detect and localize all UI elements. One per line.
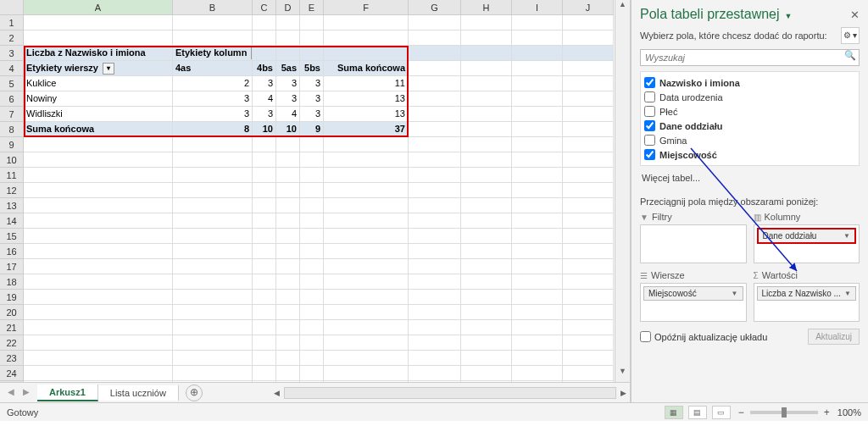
cell[interactable]: 13: [324, 107, 409, 122]
cell[interactable]: 4as: [173, 61, 253, 76]
field-item[interactable]: Dane oddziału: [644, 119, 855, 133]
cell[interactable]: [276, 168, 300, 183]
cell[interactable]: [512, 91, 563, 107]
cell[interactable]: [512, 290, 563, 305]
cell[interactable]: 3: [300, 76, 324, 91]
scroll-down-icon[interactable]: ▼: [615, 367, 630, 382]
cell[interactable]: [461, 30, 512, 46]
cell[interactable]: [300, 198, 324, 213]
hscroll-left-icon[interactable]: ◀: [270, 389, 284, 397]
row-header-21[interactable]: 21: [0, 320, 23, 335]
row-header-24[interactable]: 24: [0, 366, 23, 381]
cell[interactable]: [409, 61, 461, 76]
cell[interactable]: [253, 274, 276, 290]
zoom-slider[interactable]: [750, 411, 818, 414]
cell[interactable]: [324, 305, 409, 320]
cell[interactable]: [461, 76, 512, 91]
cell[interactable]: [24, 366, 173, 381]
cell[interactable]: [253, 290, 276, 305]
area-item-values[interactable]: Liczba z Nazwisko ...▼: [757, 286, 857, 301]
cell[interactable]: [324, 213, 409, 229]
cell[interactable]: [461, 229, 512, 244]
cell[interactable]: [300, 351, 324, 366]
cell[interactable]: [512, 381, 563, 382]
cell[interactable]: [173, 229, 253, 244]
cell[interactable]: [24, 152, 173, 168]
cell[interactable]: [173, 259, 253, 274]
cell[interactable]: [300, 244, 324, 259]
cell[interactable]: [300, 335, 324, 351]
cell[interactable]: [253, 15, 276, 30]
cell[interactable]: [253, 351, 276, 366]
cell[interactable]: 5as: [276, 61, 300, 76]
cell[interactable]: [300, 183, 324, 198]
cell[interactable]: [276, 152, 300, 168]
cell[interactable]: [512, 366, 563, 381]
cell[interactable]: [24, 259, 173, 274]
cell[interactable]: [276, 229, 300, 244]
cell[interactable]: [300, 274, 324, 290]
cell[interactable]: 37: [324, 122, 409, 137]
cell[interactable]: [409, 198, 461, 213]
cell[interactable]: [300, 152, 324, 168]
cell[interactable]: [512, 15, 563, 30]
sheet-tab-other[interactable]: Lista uczniów: [98, 385, 179, 401]
field-checkbox[interactable]: [644, 106, 655, 117]
cell[interactable]: [173, 198, 253, 213]
row-header-18[interactable]: 18: [0, 274, 23, 290]
cell[interactable]: [253, 183, 276, 198]
row-header-9[interactable]: 9: [0, 137, 23, 152]
horizontal-scrollbar[interactable]: [284, 387, 616, 399]
row-header-1[interactable]: 1: [0, 15, 23, 30]
row-header-11[interactable]: 11: [0, 168, 23, 183]
area-columns[interactable]: Dane oddziału▼: [754, 224, 860, 263]
cell[interactable]: [324, 274, 409, 290]
cell[interactable]: [512, 305, 563, 320]
cell[interactable]: [563, 152, 614, 168]
cell[interactable]: [24, 381, 173, 382]
view-page-button[interactable]: ▤: [688, 406, 707, 419]
cell[interactable]: [173, 381, 253, 382]
tab-next-icon[interactable]: ▶: [20, 387, 32, 399]
cell[interactable]: 10: [253, 122, 276, 137]
cell[interactable]: [276, 366, 300, 381]
cell[interactable]: [563, 15, 614, 30]
col-header-H[interactable]: H: [461, 0, 512, 14]
cell[interactable]: [563, 381, 614, 382]
cell[interactable]: [563, 168, 614, 183]
hscroll-right-icon[interactable]: ▶: [616, 389, 630, 397]
cell[interactable]: 4bs: [253, 61, 276, 76]
cell[interactable]: [253, 259, 276, 274]
cell[interactable]: [276, 351, 300, 366]
row-header-12[interactable]: 12: [0, 183, 23, 198]
cell[interactable]: [563, 274, 614, 290]
row-header-10[interactable]: 10: [0, 152, 23, 168]
cell[interactable]: [461, 305, 512, 320]
cell[interactable]: [173, 152, 253, 168]
cell[interactable]: [253, 244, 276, 259]
cell[interactable]: [173, 335, 253, 351]
cell[interactable]: [409, 46, 461, 61]
cell[interactable]: [409, 213, 461, 229]
row-header-13[interactable]: 13: [0, 198, 23, 213]
cell[interactable]: [461, 320, 512, 335]
cell[interactable]: [563, 351, 614, 366]
cell[interactable]: [461, 244, 512, 259]
cell[interactable]: 3: [253, 76, 276, 91]
cell[interactable]: [461, 46, 512, 61]
field-checkbox[interactable]: [644, 91, 655, 102]
cell[interactable]: [563, 61, 614, 76]
cell[interactable]: [409, 366, 461, 381]
cell[interactable]: [276, 15, 300, 30]
cell[interactable]: [324, 259, 409, 274]
field-item[interactable]: Nazwisko i imiona: [644, 75, 855, 90]
cell[interactable]: [512, 168, 563, 183]
cell[interactable]: [173, 244, 253, 259]
cell[interactable]: 3: [300, 91, 324, 107]
cell[interactable]: 3: [276, 91, 300, 107]
cell[interactable]: [409, 274, 461, 290]
zoom-in-button[interactable]: +: [821, 407, 832, 418]
cell[interactable]: [409, 305, 461, 320]
search-icon[interactable]: 🔍: [842, 50, 859, 65]
scroll-up-icon[interactable]: ▲: [615, 0, 630, 15]
